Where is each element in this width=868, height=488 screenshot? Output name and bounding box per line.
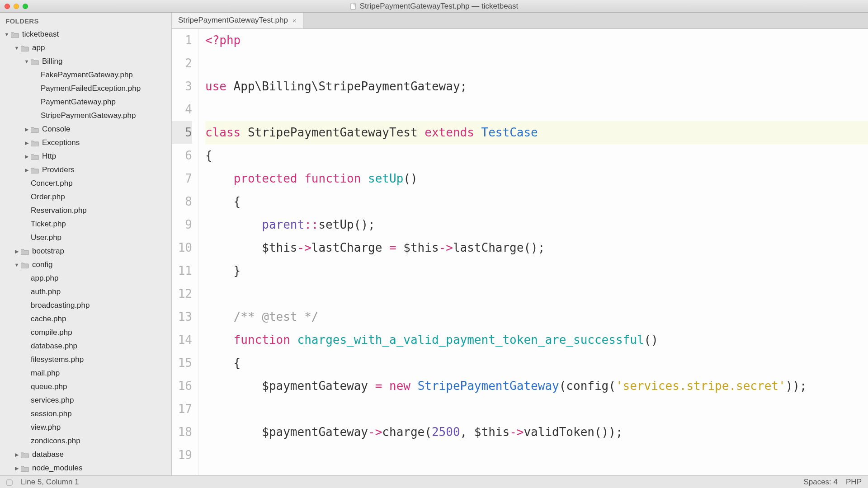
code-token: charge( <box>382 425 432 439</box>
tree-label: view.php <box>31 423 61 432</box>
code-line[interactable]: { <box>205 190 868 213</box>
code-line[interactable]: $paymentGateway = new StripePaymentGatew… <box>205 375 868 398</box>
indent-setting[interactable]: Spaces: 4 <box>803 478 838 487</box>
file-row[interactable]: PaymentFailedException.php <box>0 82 171 95</box>
file-row[interactable]: Reservation.php <box>0 204 171 217</box>
file-row[interactable]: compile.php <box>0 326 171 339</box>
code-line[interactable]: /** @test */ <box>205 305 868 328</box>
folder-row[interactable]: ▼Billing <box>0 55 171 68</box>
code-line[interactable] <box>205 52 868 75</box>
tree-label: PaymentGateway.php <box>41 98 116 107</box>
status-icon[interactable] <box>6 479 13 485</box>
file-row[interactable]: FakePaymentGateway.php <box>0 68 171 82</box>
file-row[interactable]: services.php <box>0 394 171 407</box>
disclosure-arrow-icon[interactable]: ▶ <box>24 154 30 160</box>
disclosure-arrow-icon[interactable]: ▶ <box>24 127 30 132</box>
code-token: function <box>234 333 290 347</box>
language-mode[interactable]: PHP <box>846 478 862 487</box>
code-line[interactable]: class StripePaymentGatewayTest extends T… <box>205 121 868 144</box>
file-row[interactable]: auth.php <box>0 285 171 299</box>
folder-row[interactable]: ▶Exceptions <box>0 136 171 150</box>
folder-row[interactable]: ▶database <box>0 448 171 461</box>
minimize-window-button[interactable] <box>14 4 19 9</box>
disclosure-arrow-icon[interactable]: ▶ <box>14 249 20 254</box>
tree-label: ticketbeast <box>22 30 59 39</box>
code-line[interactable] <box>205 444 868 467</box>
folder-row[interactable]: ▶Console <box>0 122 171 136</box>
file-row[interactable]: app.php <box>0 272 171 285</box>
code-line[interactable] <box>205 398 868 421</box>
tab-active[interactable]: StripePaymentGatewayTest.php × <box>172 12 303 28</box>
folder-row[interactable]: ▶Http <box>0 150 171 163</box>
disclosure-arrow-icon[interactable]: ▶ <box>14 465 20 471</box>
window-title-wrap: StripePaymentGatewayTest.php — ticketbea… <box>0 2 868 11</box>
folder-row[interactable]: ▶Providers <box>0 163 171 177</box>
file-row[interactable]: Order.php <box>0 190 171 204</box>
folder-row[interactable]: ▼config <box>0 258 171 272</box>
file-row[interactable]: queue.php <box>0 380 171 394</box>
disclosure-arrow-icon[interactable]: ▶ <box>14 452 20 458</box>
close-window-button[interactable] <box>5 4 10 9</box>
cursor-position[interactable]: Line 5, Column 1 <box>21 478 79 487</box>
code-line[interactable]: <?php <box>205 29 868 52</box>
file-row[interactable]: session.php <box>0 407 171 421</box>
maximize-window-button[interactable] <box>23 4 28 9</box>
folder-row[interactable]: ▼app <box>0 41 171 55</box>
code-line[interactable]: $this->lastCharge = $this->lastCharge(); <box>205 236 868 259</box>
file-row[interactable]: database.php <box>0 339 171 353</box>
tree-label: database <box>32 450 64 459</box>
line-number: 11 <box>172 259 192 282</box>
close-icon[interactable]: × <box>292 17 297 24</box>
code-line[interactable] <box>205 98 868 121</box>
tree-label: app <box>32 43 45 52</box>
code-token: $this <box>205 241 297 254</box>
code-line[interactable] <box>205 282 868 305</box>
code-token: -> <box>509 425 524 439</box>
disclosure-arrow-icon[interactable]: ▼ <box>14 262 20 267</box>
code-token: -> <box>368 425 382 439</box>
folder-icon <box>21 248 29 255</box>
code-line[interactable]: parent::setUp(); <box>205 213 868 236</box>
disclosure-arrow-icon[interactable]: ▶ <box>24 140 30 146</box>
tree-label: compile.php <box>31 328 72 337</box>
file-row[interactable]: filesystems.php <box>0 353 171 366</box>
tree-label: zondicons.php <box>31 436 80 446</box>
code-content[interactable]: <?php use App\Billing\StripePaymentGatew… <box>199 29 868 475</box>
code-line[interactable]: protected function setUp() <box>205 167 868 190</box>
file-row[interactable]: User.php <box>0 231 171 244</box>
file-row[interactable]: Ticket.php <box>0 217 171 231</box>
sidebar: FOLDERS ▼ticketbeast▼app▼BillingFakePaym… <box>0 13 172 475</box>
file-row[interactable]: cache.php <box>0 312 171 326</box>
file-row[interactable]: zondicons.php <box>0 434 171 448</box>
code-line[interactable]: function charges_with_a_valid_payment_to… <box>205 328 868 352</box>
code-line[interactable]: { <box>205 352 868 375</box>
code-area[interactable]: 12345678910111213141516171819 <?php use … <box>172 29 868 475</box>
file-tree[interactable]: ▼ticketbeast▼app▼BillingFakePaymentGatew… <box>0 28 171 475</box>
folder-icon <box>31 167 39 174</box>
code-line[interactable]: use App\Billing\StripePaymentGateway; <box>205 75 868 98</box>
folder-row[interactable]: ▶node_modules <box>0 461 171 475</box>
disclosure-arrow-icon[interactable]: ▼ <box>14 45 20 51</box>
disclosure-arrow-icon[interactable]: ▼ <box>4 32 10 37</box>
disclosure-arrow-icon[interactable]: ▼ <box>24 59 30 64</box>
file-row[interactable]: broadcasting.php <box>0 299 171 312</box>
tree-label: Http <box>42 152 56 161</box>
line-number: 18 <box>172 421 192 444</box>
file-row[interactable]: view.php <box>0 421 171 434</box>
folder-icon <box>31 153 39 160</box>
code-line[interactable]: } <box>205 259 868 282</box>
file-row[interactable]: Concert.php <box>0 177 171 190</box>
line-number: 1 <box>172 29 192 52</box>
file-row[interactable]: mail.php <box>0 366 171 380</box>
code-token: )); <box>786 379 807 393</box>
file-row[interactable]: PaymentGateway.php <box>0 95 171 109</box>
folder-icon <box>31 140 39 146</box>
code-line[interactable]: { <box>205 144 868 167</box>
code-token: 2500 <box>432 425 460 439</box>
file-row[interactable]: StripePaymentGateway.php <box>0 109 171 122</box>
code-line[interactable]: $paymentGateway->charge(2500, $this->val… <box>205 421 868 444</box>
disclosure-arrow-icon[interactable]: ▶ <box>24 167 30 173</box>
code-token: -> <box>439 241 453 254</box>
folder-row[interactable]: ▼ticketbeast <box>0 28 171 41</box>
folder-row[interactable]: ▶bootstrap <box>0 244 171 258</box>
